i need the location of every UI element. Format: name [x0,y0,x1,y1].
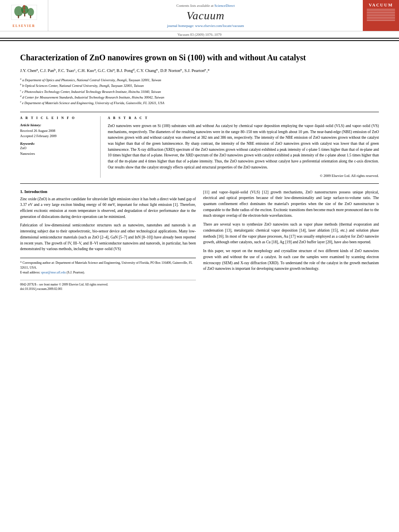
copyright-line: © 2009 Elsevier Ltd. All rights reserved… [108,174,379,178]
bottom-issn: 0042-207X/$ – see front matter © 2009 El… [20,282,108,292]
email-footnote: E-mail address: spear@mse.ufl.edu (S.J. … [20,270,196,275]
journal-center-block: Contents lists available at ScienceDirec… [48,0,363,31]
vacuum-logo-decoration [367,9,395,22]
affiliations-block: a a Department of Optics and Photonics, … [20,77,379,106]
sciencedirect-line: Contents lists available at ScienceDirec… [177,4,235,8]
article-received: Received 26 August 2008 Accepted 2 Febru… [20,128,95,139]
body-two-col: 1. Introduction Zinc oxide (ZnO) is an a… [20,189,379,292]
right-para-2: There are several ways to synthesize ZnO… [203,222,379,245]
authors-text: J.Y. Chenᵃ, C.J. Panᵇ, F.C. Tsaoᶜ, C.H. … [20,68,210,73]
corresponding-author-footnote: * Corresponding author at: Department of… [20,261,196,270]
affiliation-e: e e Department of Materials Science and … [20,100,379,106]
article-history-label: Article history: [20,123,95,127]
affiliation-d: d d Center for Measurement Standards, In… [20,94,379,100]
article-info-col: A R T I C L E I N F O Article history: R… [20,116,101,178]
section-divider [20,183,379,184]
affiliation-b: b b Optical Sciences Center, National Ce… [20,83,379,88]
body-col-right: [11] and vapor–liquid–solid (VLS) [12] g… [203,189,379,292]
svg-rect-6 [30,15,31,18]
svg-rect-4 [18,15,19,18]
elsevier-tree-icon [8,3,40,23]
article-title: Characterization of ZnO nanowires grown … [20,52,379,63]
body-col-left: 1. Introduction Zinc oxide (ZnO) is an a… [20,189,196,292]
email-link[interactable]: spear@mse.ufl.edu [41,271,66,274]
journal-homepage-link[interactable]: journal homepage: www.elsevier.com/locat… [167,24,244,28]
journal-info-bar: Vacuum 83 (2009) 1076–1079 [0,31,399,39]
keywords-label: Keywords: [20,142,95,146]
elsevier-logo-block: ELSEVIER [0,0,48,31]
right-para-3: In this paper, we report on the morpholo… [203,248,379,272]
article-info-abstract-section: A R T I C L E I N F O Article history: R… [20,112,379,178]
right-para-1: [11] and vapor–liquid–solid (VLS) [12] g… [203,189,379,219]
footnote-section: * Corresponding author at: Department of… [20,258,196,275]
header-top: ELSEVIER Contents lists available at Sci… [0,0,399,31]
affiliation-a: a a Department of Optics and Photonics, … [20,77,379,83]
article-info-heading: A R T I C L E I N F O [20,116,95,120]
svg-point-7 [23,5,25,7]
journal-name: Vacuum [187,9,225,22]
abstract-heading: A B S T R A C T [108,116,379,120]
intro-para-1: Zinc oxide (ZnO) is an attractive candid… [20,196,196,220]
vacuum-logo-box: VACUUM [363,0,399,31]
svg-rect-5 [24,13,25,16]
vacuum-logo-title: VACUUM [369,2,393,7]
elsevier-label: ELSEVIER [12,24,35,28]
journal-header: ELSEVIER Contents lists available at Sci… [0,0,399,41]
bottom-bar: 0042-207X/$ – see front matter © 2009 El… [20,280,196,292]
svg-point-3 [27,8,34,16]
keywords-list: ZnO Nanowires [20,146,95,156]
abstract-text: ZnO nanowires were grown on Si (100) sub… [108,123,379,170]
sciencedirect-prefix: Contents lists available at [177,4,214,8]
sciencedirect-link[interactable]: ScienceDirect [214,4,234,8]
intro-para-2: Fabrication of low-dimensional semicondu… [20,222,196,252]
journal-homepage: journal homepage: www.elsevier.com/locat… [167,24,244,28]
authors-line: J.Y. Chenᵃ, C.J. Panᵇ, F.C. Tsaoᶜ, C.H. … [20,68,379,74]
intro-heading: 1. Introduction [20,189,196,194]
affiliation-c: c c Photovoltaics Technology Center, Ind… [20,89,379,94]
abstract-col: A B S T R A C T ZnO nanowires were grown… [108,116,379,178]
article-content: Characterization of ZnO nanowires grown … [0,44,399,300]
